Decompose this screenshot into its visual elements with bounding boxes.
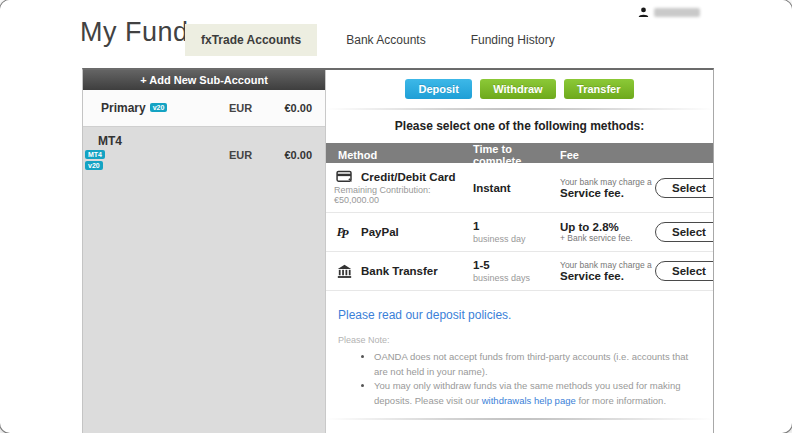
account-balance: €0.00 — [284, 149, 312, 161]
withdrawals-help-page-link[interactable]: withdrawals help page — [482, 395, 576, 406]
methods-table: Method Time to complete Fee Credit/Debit… — [326, 143, 713, 291]
fee-cell: Up to 2.8% + Bank service fee. — [548, 221, 655, 243]
divider — [326, 108, 713, 110]
transfer-button[interactable]: Transfer — [564, 79, 633, 99]
please-note-label: Please Note: — [338, 335, 701, 345]
bank-icon — [334, 264, 354, 279]
v20-badge: v20 — [85, 161, 103, 170]
account-name: Primaryv20 — [101, 101, 167, 115]
tab-funding-history[interactable]: Funding History — [455, 24, 571, 56]
user-name-redacted — [654, 8, 700, 17]
method-subtext: Remaining Contribution: €50,000.00 — [334, 185, 461, 205]
account-row-primary[interactable]: Primaryv20 EUR €0.00 — [83, 90, 325, 127]
time-cell: 1-5 business days — [461, 259, 548, 283]
content-box: + Add New Sub-Account Primaryv20 EUR €0.… — [82, 68, 714, 433]
time-cell: Instant — [461, 182, 548, 194]
divider — [326, 418, 713, 420]
tab-fxtrade-accounts[interactable]: fxTrade Accounts — [185, 24, 317, 56]
method-cell: PP PayPal — [326, 224, 461, 240]
notes-list: OANDA does not accept funds from third-p… — [374, 350, 701, 409]
account-currency: EUR — [229, 149, 252, 161]
action-buttons: Deposit Withdraw Transfer — [326, 70, 713, 99]
withdraw-button[interactable]: Withdraw — [480, 79, 555, 99]
account-row-mt4[interactable]: MT4 MT4 v20 EUR €0.00 — [83, 127, 325, 183]
credit-card-icon — [334, 170, 354, 183]
select-credit-card-button[interactable]: Select — [655, 178, 713, 198]
account-badges: MT4 v20 — [85, 150, 105, 170]
account-currency: EUR — [229, 102, 252, 114]
method-row-bank-transfer: Bank Transfer 1-5 business days Your ban… — [326, 252, 713, 291]
col-time: Time to complete — [461, 143, 548, 167]
method-name: PayPal — [361, 226, 399, 238]
mt4-badge: MT4 — [85, 150, 105, 159]
account-balance: €0.00 — [284, 102, 312, 114]
v20-badge: v20 — [150, 103, 168, 112]
method-cell: Credit/Debit Card Remaining Contribution… — [326, 170, 461, 205]
add-sub-account-button[interactable]: + Add New Sub-Account — [83, 70, 325, 90]
select-bank-transfer-button[interactable]: Select — [655, 261, 713, 281]
method-row-credit-card: Credit/Debit Card Remaining Contribution… — [326, 163, 713, 213]
account-name: MT4 — [98, 134, 122, 148]
tab-bank-accounts[interactable]: Bank Accounts — [330, 24, 441, 56]
tab-bar: fxTrade Accounts Bank Accounts Funding H… — [185, 24, 584, 56]
funding-panel: Deposit Withdraw Transfer Please select … — [326, 70, 713, 433]
fee-cell: Your bank may charge a Service fee. — [548, 177, 655, 199]
time-cell: 1 business day — [461, 220, 548, 244]
method-name: Credit/Debit Card — [361, 171, 456, 183]
paypal-icon: PP — [334, 224, 354, 240]
method-prompt: Please select one of the following metho… — [326, 119, 713, 133]
method-cell: Bank Transfer — [326, 264, 461, 279]
select-paypal-button[interactable]: Select — [655, 222, 713, 242]
col-fee: Fee — [548, 149, 655, 161]
fee-cell: Your bank may charge a Service fee. — [548, 260, 655, 282]
accounts-sidebar: + Add New Sub-Account Primaryv20 EUR €0.… — [83, 70, 326, 433]
methods-table-header: Method Time to complete Fee — [326, 143, 713, 163]
header: My Funds fxTrade Accounts Bank Accounts … — [0, 0, 792, 68]
col-method: Method — [326, 149, 461, 161]
user-icon — [638, 7, 649, 18]
note-item: You may only withdraw funds via the same… — [374, 379, 701, 408]
user-menu[interactable] — [638, 7, 700, 18]
account-summary-title: Account Summary — [338, 428, 701, 433]
deposit-button[interactable]: Deposit — [405, 79, 471, 99]
note-item: OANDA does not accept funds from third-p… — [374, 350, 701, 379]
my-funds-page: My Funds fxTrade Accounts Bank Accounts … — [0, 0, 792, 433]
method-name: Bank Transfer — [361, 265, 438, 277]
account-summary: Account Summary v20 Account Number Balan… — [338, 428, 701, 433]
method-row-paypal: PP PayPal 1 business day Up to 2.8% + Ba — [326, 213, 713, 252]
deposit-policies-link[interactable]: Please read our deposit policies. — [338, 308, 701, 322]
svg-text:P: P — [341, 227, 349, 240]
